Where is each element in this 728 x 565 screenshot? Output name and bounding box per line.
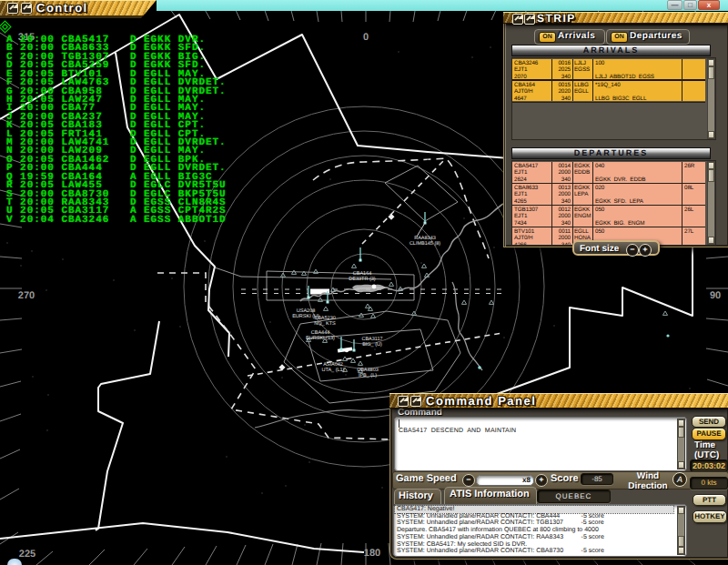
svg-text:270: 270	[18, 290, 35, 301]
svg-text:CLIMB145 (8): CLIMB145 (8)	[410, 241, 440, 247]
svg-text:CBA3117: CBA3117	[361, 337, 382, 342]
svg-text:180: 180	[364, 548, 380, 559]
svg-text:EURSKI (13): EURSKI (13)	[306, 336, 335, 341]
svg-text:BIG_ (U): BIG_ (U)	[362, 342, 382, 348]
svg-text:NQ_ KTS: NQ_ KTS	[314, 321, 336, 327]
svg-text:0: 0	[363, 32, 369, 43]
svg-text:USA208: USA208	[297, 308, 315, 314]
svg-text:CBA164: CBA164	[353, 271, 371, 277]
svg-text:90: 90	[710, 290, 721, 301]
svg-text:ASIA042: ASIA042	[323, 362, 343, 368]
svg-text:RAA8343: RAA8343	[414, 236, 436, 241]
svg-text:IPB_ (L): IPB_ (L)	[359, 373, 377, 378]
svg-text:225: 225	[19, 549, 35, 560]
svg-text:DE33TR (3): DE33TR (3)	[349, 277, 375, 282]
svg-text:CBA444: CBA444	[311, 330, 329, 336]
svg-text:CBA4803: CBA4803	[357, 368, 379, 373]
svg-text:UTA_ (L1): UTA_ (L1)	[322, 368, 345, 373]
svg-text:CBA5230: CBA5230	[314, 316, 336, 321]
